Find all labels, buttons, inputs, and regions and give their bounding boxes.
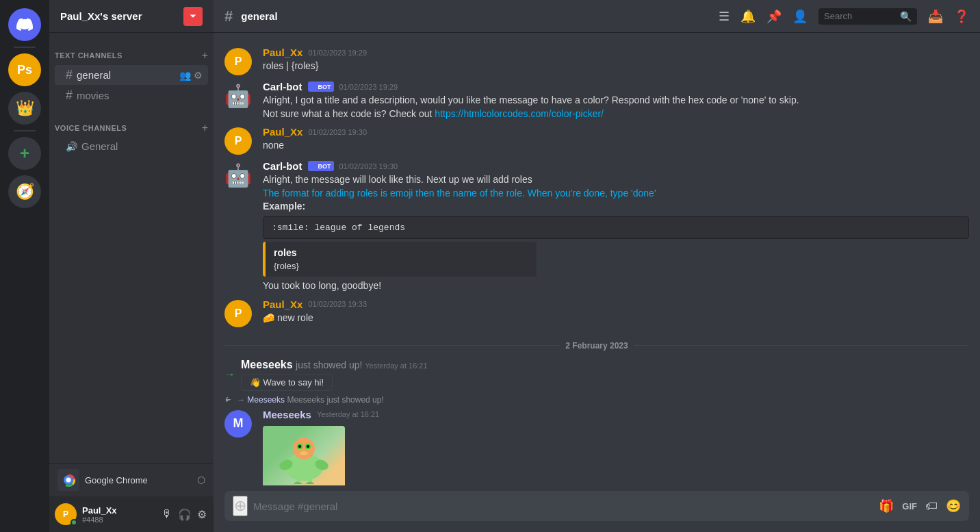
avatar-carl: 🤖 <box>224 82 252 110</box>
message-timestamp: 01/02/2023 19:30 <box>339 162 398 170</box>
sticker-icon[interactable]: 🏷 <box>925 499 938 514</box>
popout-icon[interactable]: ⬡ <box>197 474 205 485</box>
message-text-1: Alright, the message will look like this… <box>263 173 969 187</box>
channel-hash-header: # <box>224 8 233 25</box>
help-icon[interactable]: ❓ <box>954 9 969 24</box>
meeseeks-avatar: M <box>224 410 252 438</box>
inbox-icon[interactable]: 📥 <box>928 9 943 24</box>
discord-home-icon[interactable] <box>8 8 41 41</box>
message-content: Paul_Xx 01/02/2023 19:33 🧀 new role <box>263 299 969 327</box>
message-author: Paul_Xx <box>263 47 302 58</box>
add-member-icon[interactable]: 👥 <box>179 70 191 81</box>
message-text: roles | {roles} <box>263 60 969 73</box>
channel-name-movies: movies <box>77 90 203 101</box>
server-icon-ps[interactable]: Ps <box>8 53 41 86</box>
avatar: P <box>224 300 252 327</box>
bot-badge: ✓ BOT <box>308 161 334 171</box>
message-text: 🧀 new role <box>263 312 969 325</box>
gift-icon[interactable]: 🎁 <box>879 498 894 514</box>
server-divider-2 <box>14 130 36 131</box>
message-group: P Paul_Xx 01/02/2023 19:30 none <box>214 123 980 157</box>
voice-channels-label: VOICE CHANNELS <box>55 124 127 132</box>
message-example: Example: <box>263 200 969 214</box>
input-actions: 🎁 GIF 🏷 😊 <box>879 498 961 514</box>
thread-icon[interactable]: ☰ <box>719 9 730 24</box>
server-icon-crown[interactable]: 👑 <box>8 92 41 125</box>
add-server-button[interactable]: + <box>8 137 41 170</box>
server-list: Ps 👑 + 🧭 <box>0 0 49 532</box>
chrome-icon <box>57 469 79 491</box>
svg-point-1 <box>66 478 71 483</box>
online-status-dot <box>70 519 77 526</box>
channel-general[interactable]: # general 👥 ⚙ <box>55 65 208 85</box>
pin-icon[interactable]: 📌 <box>766 9 782 24</box>
message-input[interactable] <box>253 501 873 512</box>
server-dropdown-button[interactable] <box>183 7 203 26</box>
message-header: Paul_Xx 01/02/2023 19:30 <box>263 126 969 138</box>
server-header[interactable]: Paul_Xx's server <box>49 0 214 33</box>
checkmark-icon: ✓ <box>311 162 317 170</box>
server-divider <box>14 47 36 48</box>
chrome-app-name: Google Chrome <box>85 475 148 485</box>
add-attachment-button[interactable]: ⊕ <box>233 496 248 516</box>
notification-icon[interactable]: 🔔 <box>740 9 756 24</box>
gif-button[interactable]: GIF <box>902 501 917 511</box>
explore-servers-icon[interactable]: 🧭 <box>8 175 41 208</box>
message-author: Paul_Xx <box>263 299 302 310</box>
messages-container: P Paul_Xx 01/02/2023 19:29 roles | {role… <box>214 33 980 485</box>
voice-channel-general[interactable]: 🔊 General <box>55 138 208 155</box>
join-content: Meeseeks just showed up! Yesterday at 16… <box>241 359 428 391</box>
color-picker-link[interactable]: https://htmlcolorcodes.com/color-picker/ <box>435 108 604 119</box>
emoji-icon[interactable]: 😊 <box>946 498 961 514</box>
message-author: Carl-bot <box>263 81 302 92</box>
svg-point-3 <box>293 438 315 459</box>
message-text: Alright, I got a title and a description… <box>263 94 969 107</box>
meeseeks-message-group: M Meeseeks Yesterday at 16:21 <box>214 406 980 485</box>
chat-input-box: ⊕ 🎁 GIF 🏷 😊 <box>224 491 969 521</box>
text-channels-category: TEXT CHANNELS + <box>49 38 214 64</box>
message-author: Paul_Xx <box>263 126 302 138</box>
message-timestamp: 01/02/2023 19:29 <box>308 49 367 57</box>
avatar: P <box>224 48 252 75</box>
user-avatar[interactable]: P <box>55 503 77 525</box>
user-discriminator: #4488 <box>82 516 155 524</box>
embed-desc: {roles} <box>274 261 528 271</box>
message-content: Carl-bot ✓ BOT 01/02/2023 19:30 Alright,… <box>263 160 969 292</box>
bot-badge: ✓ BOT <box>308 81 334 92</box>
message-group: 🤖 Carl-bot ✓ BOT 01/02/2023 19:29 Alrigh… <box>214 78 980 123</box>
msg2-text2: Not sure what a hex code is? Check out <box>263 108 435 119</box>
join-username: Meeseeks <box>241 359 293 370</box>
members-icon[interactable]: 👤 <box>792 9 808 24</box>
add-text-channel-button[interactable]: + <box>202 49 208 62</box>
message-content: Meeseeks Yesterday at 16:21 <box>263 409 969 485</box>
message-author: Meeseeks <box>263 409 311 420</box>
svg-point-13 <box>294 482 302 484</box>
pinned-app-chrome[interactable]: Google Chrome ⬡ <box>49 463 214 496</box>
avatar: P <box>224 127 252 155</box>
channel-hash-icon: # <box>66 68 73 82</box>
headphone-icon[interactable]: 🎧 <box>177 507 193 522</box>
sidebar-user-area: P Paul_Xx #4488 🎙 🎧 ⚙ <box>49 496 214 532</box>
reply-preview: Meeseeks just showed up! <box>287 395 383 405</box>
server-name: Paul_Xx's server <box>60 10 142 22</box>
replied-to-context: → Meeseeks Meeseeks just showed up! <box>214 394 980 406</box>
text-channels-label: TEXT CHANNELS <box>55 51 122 60</box>
checkmark-icon: ✓ <box>311 82 317 91</box>
join-arrow-icon: → <box>224 368 235 381</box>
message-group: P Paul_Xx 01/02/2023 19:33 🧀 new role <box>214 296 980 330</box>
settings-icon[interactable]: ⚙ <box>194 70 203 81</box>
svg-point-7 <box>307 445 309 448</box>
header-actions: ☰ 🔔 📌 👤 Search 🔍 📥 ❓ <box>719 8 969 25</box>
search-box[interactable]: Search 🔍 <box>818 8 917 25</box>
add-voice-channel-button[interactable]: + <box>202 122 208 134</box>
avatar-carl: 🤖 <box>224 162 252 189</box>
wave-button[interactable]: 👋 Wave to say hi! <box>241 374 333 391</box>
code-block: :smile: league of legends <box>263 216 969 239</box>
reply-context-text: → Meeseeks Meeseeks just showed up! <box>237 395 384 405</box>
sidebar-controls: 🎙 🎧 ⚙ <box>160 507 208 522</box>
user-settings-icon[interactable]: ⚙ <box>196 507 208 522</box>
user-info: Paul_Xx #4488 <box>82 505 155 524</box>
channel-movies[interactable]: # movies <box>55 86 208 105</box>
microphone-icon[interactable]: 🎙 <box>160 507 174 522</box>
message-timestamp: Yesterday at 16:21 <box>317 410 379 418</box>
